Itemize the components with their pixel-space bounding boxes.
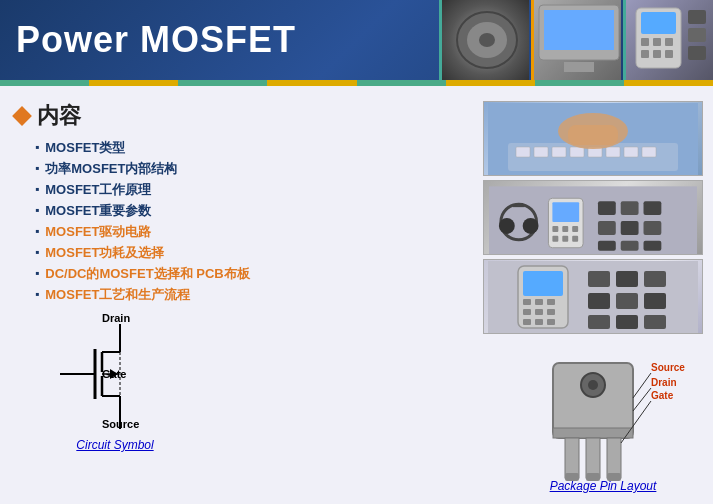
svg-rect-84	[616, 315, 638, 329]
svg-rect-35	[552, 147, 566, 157]
header: Power MOSFET	[0, 0, 713, 80]
svg-point-46	[523, 218, 539, 234]
svg-rect-91	[586, 438, 600, 478]
list-item-text: MOSFET重要参数	[45, 202, 151, 220]
svg-rect-14	[688, 10, 706, 24]
header-image-3	[623, 0, 713, 80]
color-seg-2	[89, 80, 178, 86]
svg-rect-92	[607, 438, 621, 478]
svg-point-2	[479, 33, 495, 47]
list-item-text: MOSFET功耗及选择	[45, 244, 164, 262]
svg-rect-33	[516, 147, 530, 157]
svg-rect-50	[552, 226, 558, 232]
slide: Power MOSFET	[0, 0, 713, 504]
svg-rect-62	[598, 241, 616, 251]
svg-rect-36	[570, 147, 584, 157]
list-item: MOSFET驱动电路	[35, 223, 453, 241]
color-seg-6	[446, 80, 535, 86]
package-svg: Source Drain Gate	[503, 343, 703, 488]
svg-rect-73	[547, 309, 555, 315]
svg-rect-57	[621, 201, 639, 215]
slide-title: Power MOSFET	[16, 19, 296, 61]
svg-rect-11	[641, 50, 649, 58]
color-seg-7	[535, 80, 624, 86]
svg-rect-52	[572, 226, 578, 232]
svg-rect-79	[644, 271, 666, 287]
list-item-text: MOSFET工作原理	[45, 181, 151, 199]
svg-line-96	[633, 373, 651, 398]
svg-point-88	[588, 380, 598, 390]
svg-rect-82	[644, 293, 666, 309]
svg-rect-42	[568, 125, 618, 145]
svg-rect-69	[535, 299, 543, 305]
svg-rect-39	[624, 147, 638, 157]
svg-rect-60	[621, 221, 639, 235]
color-seg-8	[624, 80, 713, 86]
header-image-2	[531, 0, 621, 80]
svg-rect-55	[572, 236, 578, 242]
header-images	[439, 0, 713, 80]
svg-rect-81	[616, 293, 638, 309]
list-item-text: 功率MOSFET内部结构	[45, 160, 177, 178]
right-panel: Source Drain Gate Package Pin Layout	[453, 96, 703, 504]
svg-rect-85	[644, 315, 666, 329]
svg-text:Gate: Gate	[651, 390, 674, 401]
svg-rect-77	[588, 271, 610, 287]
svg-rect-54	[562, 236, 568, 242]
list-item: DC/DC的MOSFET选择和 PCB布板	[35, 265, 453, 283]
diamond-icon	[12, 106, 32, 126]
svg-rect-49	[552, 202, 579, 222]
svg-rect-64	[644, 241, 662, 251]
list-item-text: MOSFET驱动电路	[45, 223, 151, 241]
svg-rect-78	[616, 271, 638, 287]
section-title-row: 内容	[15, 101, 453, 131]
svg-rect-4	[544, 10, 614, 50]
list-item-text: DC/DC的MOSFET选择和 PCB布板	[45, 265, 249, 283]
content-list: MOSFET类型 功率MOSFET内部结构 MOSFET工作原理 MOSFET重…	[15, 139, 453, 304]
list-item: MOSFET工作原理	[35, 181, 453, 199]
svg-rect-43	[489, 186, 697, 255]
svg-rect-61	[644, 221, 662, 235]
color-bar	[0, 80, 713, 86]
svg-rect-34	[534, 147, 548, 157]
list-item: 功率MOSFET内部结构	[35, 160, 453, 178]
svg-point-45	[499, 218, 515, 234]
right-image-2	[483, 180, 703, 255]
svg-rect-76	[547, 319, 555, 325]
left-panel: 内容 MOSFET类型 功率MOSFET内部结构 MOSFET工作原理 MOSF…	[10, 96, 453, 504]
svg-text:Drain: Drain	[102, 314, 130, 324]
svg-rect-59	[598, 221, 616, 235]
svg-rect-63	[621, 241, 639, 251]
svg-rect-51	[562, 226, 568, 232]
svg-rect-70	[547, 299, 555, 305]
svg-rect-38	[606, 147, 620, 157]
svg-rect-40	[642, 147, 656, 157]
right-image-3	[483, 259, 703, 334]
diagram-row: Gate Drain	[15, 314, 453, 462]
package-diagram: Source Drain Gate Package Pin Layout	[503, 343, 703, 493]
svg-rect-89	[553, 428, 633, 438]
svg-rect-7	[641, 12, 676, 34]
list-item-text: MOSFET工艺和生产流程	[45, 286, 190, 304]
svg-rect-56	[598, 201, 616, 215]
svg-rect-72	[535, 309, 543, 315]
package-caption: Package Pin Layout	[503, 479, 703, 493]
svg-rect-58	[644, 201, 662, 215]
svg-rect-9	[653, 38, 661, 46]
section-title: 内容	[37, 101, 81, 131]
svg-rect-71	[523, 309, 531, 315]
right-image-1	[483, 101, 703, 176]
svg-text:Drain: Drain	[651, 377, 677, 388]
color-seg-5	[357, 80, 446, 86]
circuit-symbol-area: Gate Drain	[15, 314, 215, 462]
svg-text:Source: Source	[102, 418, 139, 430]
svg-rect-83	[588, 315, 610, 329]
svg-rect-8	[641, 38, 649, 46]
svg-rect-13	[665, 50, 673, 58]
svg-rect-74	[523, 319, 531, 325]
svg-rect-53	[552, 236, 558, 242]
header-image-1	[439, 0, 529, 80]
main-content: 内容 MOSFET类型 功率MOSFET内部结构 MOSFET工作原理 MOSF…	[0, 86, 713, 504]
list-item-text: MOSFET类型	[45, 139, 125, 157]
svg-rect-12	[653, 50, 661, 58]
